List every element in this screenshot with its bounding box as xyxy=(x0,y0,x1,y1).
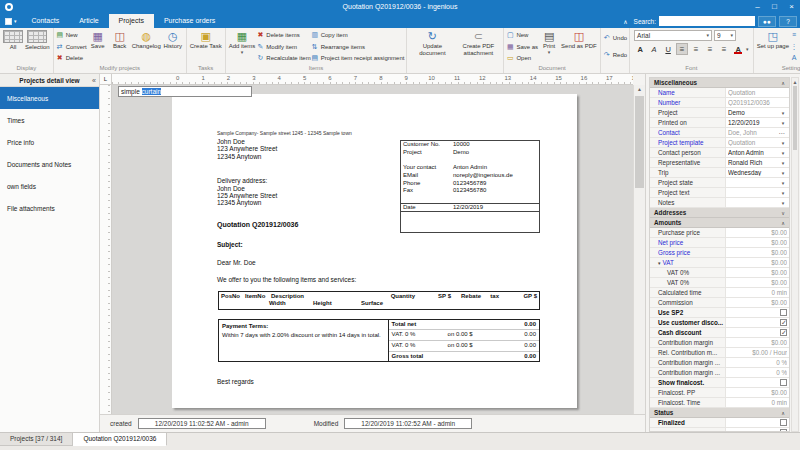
ribbon-button[interactable]: ✖ Delete xyxy=(56,53,87,63)
minimize-button[interactable]: – xyxy=(749,0,766,14)
ribbon-button[interactable]: Selection xyxy=(24,29,51,52)
ribbon-button[interactable]: ◷ History xyxy=(162,29,184,51)
dropdown-arrow-icon[interactable]: ▾ xyxy=(779,110,787,116)
property-row[interactable]: Cash discount xyxy=(650,328,789,338)
collapse-ribbon-icon[interactable]: ∧ xyxy=(620,18,630,25)
align-left-button[interactable]: ≡ xyxy=(676,43,688,55)
ribbon-tab[interactable]: Projects xyxy=(109,14,154,28)
property-row[interactable]: Number Q201912/0036 xyxy=(650,98,789,108)
horizontal-ruler[interactable]: 0123456789101112131415161718 xyxy=(112,74,633,85)
property-row[interactable]: VAT 0% $0.00 xyxy=(650,268,789,278)
ribbon-button[interactable]: ⋮ Numbering xyxy=(790,42,800,52)
close-button[interactable]: × xyxy=(783,0,800,14)
checkbox[interactable] xyxy=(780,319,787,326)
dropdown-arrow-icon[interactable]: ▾ xyxy=(779,180,787,186)
property-row[interactable]: Contact Doe, John ⋯ xyxy=(650,128,789,138)
property-row[interactable]: Contribution margin ... 0 % xyxy=(650,368,789,378)
property-row[interactable]: Finalcost. PP $0.00 xyxy=(650,388,789,398)
bold-button[interactable]: A xyxy=(634,43,646,55)
align-center-button[interactable]: ≡ xyxy=(690,43,702,55)
add-items-button[interactable]: ▦ Add items ▾ xyxy=(228,29,257,56)
binoculars-search-icon[interactable]: ●● xyxy=(758,16,776,27)
document-tab[interactable]: Projects [37 / 314] xyxy=(0,433,73,446)
checkbox[interactable] xyxy=(780,329,787,336)
property-row[interactable]: Calculated time 0 min xyxy=(650,288,789,298)
ribbon-button[interactable]: ▢ New xyxy=(506,30,538,40)
section-header[interactable]: Miscellaneous∧ xyxy=(650,78,789,88)
ribbon-button[interactable]: ⊂ Create PDF attachment xyxy=(455,29,501,57)
scrollbar-thumb[interactable] xyxy=(793,86,797,150)
property-row[interactable]: VAT 0% $0.00 xyxy=(650,278,789,288)
ribbon-button[interactable]: ↻ Update document xyxy=(409,29,455,57)
ribbon-button[interactable]: A Styles xyxy=(790,53,800,63)
ribbon-tab[interactable]: Purchase orders xyxy=(154,14,225,28)
ribbon-tab[interactable]: Contacts xyxy=(22,14,70,28)
property-row[interactable]: Trip Wednesday ▾ xyxy=(650,168,789,178)
sidebar-item[interactable]: Price info xyxy=(0,131,99,153)
ribbon-button[interactable]: ▤ New xyxy=(56,30,87,40)
dropdown-arrow-icon[interactable]: ▾ xyxy=(779,140,787,146)
property-row[interactable]: Gross price $0.00 xyxy=(650,248,789,258)
scroll-up-icon[interactable]: ▲ xyxy=(792,78,798,86)
property-row[interactable]: Show finalcost. xyxy=(650,378,789,388)
document-vertical-scrollbar[interactable]: ▲ xyxy=(633,85,645,414)
ribbon-button[interactable]: ✎ Modify item xyxy=(256,42,310,52)
property-row[interactable]: Project text ▾ xyxy=(650,188,789,198)
property-row[interactable]: Notes ▾ xyxy=(650,198,789,208)
sidebar-item[interactable]: Miscellaneous xyxy=(0,87,99,109)
font-size-select[interactable]: 9▾ xyxy=(714,30,736,41)
ribbon-button[interactable]: ▭ Open xyxy=(506,53,538,63)
ribbon-button[interactable]: ≡ Paragraph xyxy=(790,30,800,40)
property-row[interactable]: Contribution margin $0.00 xyxy=(650,338,789,348)
font-family-select[interactable]: Arial▾ xyxy=(634,30,712,41)
align-justify-button[interactable]: ≡ xyxy=(718,43,730,55)
property-row[interactable]: Name Quotation xyxy=(650,88,789,98)
property-row[interactable]: Rel. Contribution m... $0.00 / Hour xyxy=(650,348,789,358)
document-tab[interactable]: Quotation Q201912/0036 xyxy=(73,433,167,446)
set-up-page-button[interactable]: ◳ Set up page xyxy=(756,29,790,51)
ribbon-button[interactable]: All xyxy=(2,29,24,52)
property-row[interactable]: Project template Quotation ▾ xyxy=(650,138,789,148)
align-right-button[interactable]: ≡ xyxy=(704,43,716,55)
project-name-input[interactable]: simple curtain xyxy=(118,86,252,97)
property-row[interactable]: Project state ▾ xyxy=(650,178,789,188)
dropdown-arrow-icon[interactable]: ▾ xyxy=(779,160,787,166)
property-row[interactable]: Commission $0.00 xyxy=(650,298,789,308)
property-row[interactable]: Purchase price $0.00 xyxy=(650,228,789,238)
checkbox[interactable] xyxy=(780,379,787,386)
dropdown-arrow-icon[interactable]: ▾ xyxy=(779,170,787,176)
ribbon-button[interactable]: ◫ Back xyxy=(109,29,131,51)
dropdown-arrow-icon[interactable]: ▾ xyxy=(779,150,787,156)
ribbon-button[interactable]: ▤ Print ▾ xyxy=(538,29,560,56)
ribbon-button[interactable]: ↶ Undo xyxy=(603,33,627,43)
ribbon-button[interactable]: ▦ Save as xyxy=(506,42,538,52)
ribbon-button[interactable]: ◍ Changelog xyxy=(131,29,162,51)
ribbon-button[interactable]: ◫ Send as PDF xyxy=(560,29,598,56)
help-button[interactable]: ? xyxy=(779,16,797,27)
ribbon-button[interactable]: ⇄ Convert xyxy=(56,42,87,52)
ribbon-button[interactable]: ↻ Recalculate item xyxy=(256,53,310,63)
tab-stop-selector[interactable]: L xyxy=(100,74,112,85)
ribbon-button[interactable]: ✖ Delete items xyxy=(256,30,310,40)
ribbon-button[interactable]: ▥ Copy item xyxy=(311,30,405,40)
dropdown-arrow-icon[interactable]: ▾ xyxy=(779,120,787,126)
vertical-ruler[interactable] xyxy=(100,85,112,414)
checkbox[interactable] xyxy=(780,419,787,426)
expander-icon[interactable]: ▾ xyxy=(658,260,661,266)
property-row[interactable]: ▾ VAT $0.00 xyxy=(650,258,789,268)
checkbox[interactable] xyxy=(780,309,787,316)
ribbon-button[interactable]: ▤ Project item receipt assignment xyxy=(311,53,405,63)
maximize-button[interactable]: □ xyxy=(766,0,783,14)
dropdown-arrow-icon[interactable]: ▾ xyxy=(779,200,787,206)
sidebar-item[interactable]: Times xyxy=(0,109,99,131)
underline-button[interactable]: U xyxy=(662,43,674,55)
ribbon-button[interactable]: ▣ Create Task xyxy=(189,29,223,51)
property-row[interactable]: Contact person Anton Admin ▾ xyxy=(650,148,789,158)
font-color-button[interactable]: A xyxy=(732,43,744,55)
property-row[interactable]: Project Demo ▾ xyxy=(650,108,789,118)
property-row[interactable]: Contribution margin ... 0 % xyxy=(650,358,789,368)
property-row[interactable]: Finalcost. Time 0 min xyxy=(650,398,789,408)
sidebar-item[interactable]: own fields xyxy=(0,175,99,197)
app-menu-button[interactable]: ▾ xyxy=(0,14,22,28)
scroll-up-icon[interactable]: ▲ xyxy=(634,85,645,94)
